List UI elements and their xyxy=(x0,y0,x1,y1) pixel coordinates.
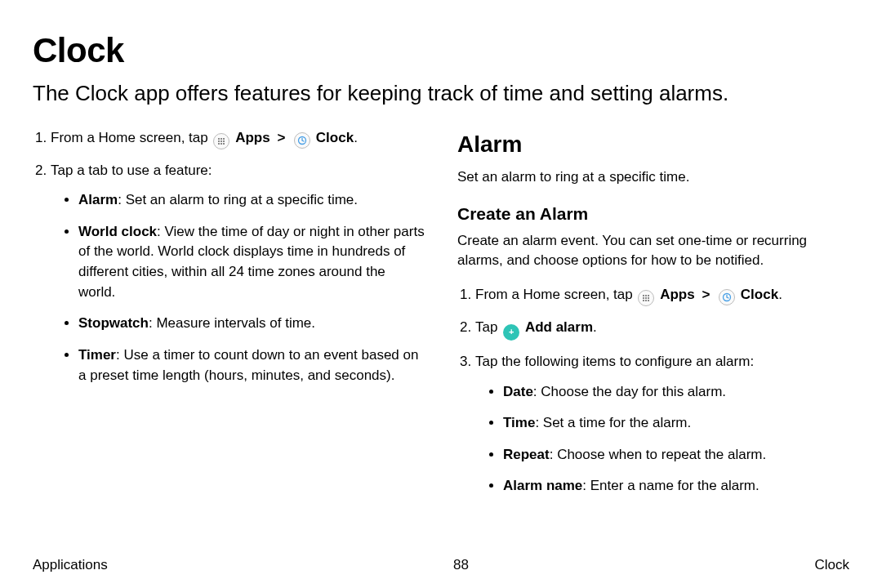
opt-desc: : Set a time for the alarm. xyxy=(535,415,691,430)
left-step-1: From a Home screen, tap Apps > Clock. xyxy=(51,128,425,149)
step3-text: Tap the following items to configure an … xyxy=(475,354,754,369)
feature-desc: : Set an alarm to ring at a specific tim… xyxy=(118,192,358,207)
step1-pre: From a Home screen, tap xyxy=(51,130,212,145)
feature-title: Stopwatch xyxy=(78,315,149,331)
opt-time: Time: Set a time for the alarm. xyxy=(503,413,849,434)
feature-title: Alarm xyxy=(78,192,118,207)
right-step-2: Tap + Add alarm. xyxy=(475,318,849,341)
right-step-3: Tap the following items to configure an … xyxy=(475,352,849,497)
clock-icon xyxy=(294,132,310,149)
apps-label: Apps xyxy=(660,287,695,302)
content-columns: From a Home screen, tap Apps > Clock. Ta… xyxy=(33,128,849,509)
footer-topic: Clock xyxy=(814,557,849,573)
apps-icon xyxy=(213,133,229,149)
opt-desc: : Choose when to repeat the alarm. xyxy=(550,447,767,462)
page-footer: Applications 88 Clock xyxy=(33,557,849,573)
left-step-2: Tap a tab to use a feature: Alarm: Set a… xyxy=(51,161,425,386)
period: . xyxy=(593,319,597,335)
opt-date: Date: Choose the day for this alarm. xyxy=(503,382,849,403)
feature-stopwatch: Stopwatch: Measure intervals of time. xyxy=(78,314,425,334)
breadcrumb-separator: > xyxy=(277,130,285,145)
right-step-1: From a Home screen, tap Apps > Clock. xyxy=(475,285,849,306)
feature-world-clock: World clock: View the time of day or nig… xyxy=(78,222,425,303)
feature-desc: : Use a timer to count down to an event … xyxy=(78,347,418,383)
clock-label: Clock xyxy=(741,287,778,302)
page-number: 88 xyxy=(453,557,469,573)
opt-title: Repeat xyxy=(503,447,550,462)
footer-section: Applications xyxy=(33,557,108,573)
page-title: Clock xyxy=(33,31,849,70)
step1-pre: From a Home screen, tap xyxy=(475,287,636,302)
opt-repeat: Repeat: Choose when to repeat the alarm. xyxy=(503,445,849,466)
alarm-desc: Set an alarm to ring at a specific time. xyxy=(457,167,849,187)
opt-title: Alarm name xyxy=(503,478,582,493)
opt-title: Date xyxy=(503,384,533,399)
opt-title: Time xyxy=(503,415,535,430)
feature-timer: Timer: Use a timer to count down to an e… xyxy=(78,345,425,385)
step2-text: Tap a tab to use a feature: xyxy=(51,163,212,178)
right-column: Alarm Set an alarm to ring at a specific… xyxy=(457,128,849,509)
opt-desc: : Enter a name for the alarm. xyxy=(582,478,759,493)
breadcrumb-separator: > xyxy=(702,287,710,302)
step2-pre: Tap xyxy=(475,319,501,335)
clock-icon xyxy=(719,289,735,305)
create-alarm-desc: Create an alarm event. You can set one-t… xyxy=(457,231,849,270)
add-alarm-label: Add alarm xyxy=(525,319,593,335)
feature-title: Timer xyxy=(78,347,116,363)
apps-label: Apps xyxy=(235,130,270,145)
period: . xyxy=(778,287,782,302)
period: . xyxy=(354,130,358,145)
opt-desc: : Choose the day for this alarm. xyxy=(533,384,726,399)
feature-title: World clock xyxy=(78,224,157,239)
plus-icon: + xyxy=(503,324,519,341)
clock-label: Clock xyxy=(316,130,354,145)
left-column: From a Home screen, tap Apps > Clock. Ta… xyxy=(33,128,425,509)
section-alarm-heading: Alarm xyxy=(457,128,849,162)
apps-icon xyxy=(638,290,654,306)
subsection-create-alarm: Create an Alarm xyxy=(457,202,849,226)
feature-desc: : Measure intervals of time. xyxy=(149,315,315,331)
feature-alarm: Alarm: Set an alarm to ring at a specifi… xyxy=(78,190,425,211)
intro-text: The Clock app offers features for keepin… xyxy=(33,80,849,107)
opt-alarm-name: Alarm name: Enter a name for the alarm. xyxy=(503,476,849,497)
